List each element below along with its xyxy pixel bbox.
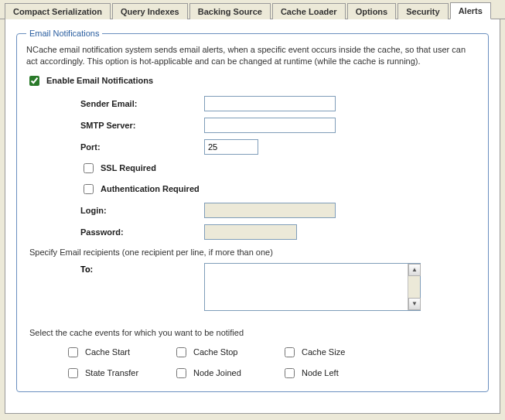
tab-label: Query Indexes: [121, 7, 179, 16]
recipients-textarea[interactable]: [205, 264, 408, 310]
tab-backing-source[interactable]: Backing Source: [189, 3, 271, 19]
tab-bar: Compact Serialization Query Indexes Back…: [0, 0, 505, 19]
event-label: Node Left: [302, 368, 339, 377]
event-cache-start-checkbox[interactable]: [68, 347, 78, 357]
to-label: To:: [80, 263, 196, 274]
tab-label: Security: [406, 7, 439, 16]
tab-label: Cache Loader: [281, 7, 337, 16]
event-label: State Transfer: [85, 368, 138, 377]
event-cache-stop-checkbox[interactable]: [176, 347, 186, 357]
scroll-down-button[interactable]: ▼: [408, 298, 421, 310]
events-grid: Cache Start Cache Stop Cache Size State …: [65, 345, 479, 381]
email-notifications-group: Email Notifications NCache email notific…: [16, 29, 489, 392]
tab-cache-loader[interactable]: Cache Loader: [272, 3, 346, 19]
tab-query-indexes[interactable]: Query Indexes: [112, 3, 188, 19]
event-label: Cache Start: [85, 347, 130, 357]
tab-options[interactable]: Options: [347, 3, 397, 19]
tab-compact-serialization[interactable]: Compact Serialization: [5, 3, 111, 19]
scroll-up-button[interactable]: ▲: [408, 264, 421, 276]
tab-label: Alerts: [459, 6, 483, 15]
password-label: Password:: [80, 227, 196, 237]
event-cache-size-checkbox[interactable]: [285, 347, 295, 357]
event-node-left-checkbox[interactable]: [285, 368, 295, 378]
recipients-note: Specify Email recipients (one recipient …: [29, 248, 479, 257]
auth-required-label: Authentication Required: [101, 184, 200, 193]
smtp-server-input[interactable]: [204, 118, 336, 133]
recipients-textarea-wrap: ▲ ▼: [204, 263, 421, 311]
auth-required-checkbox[interactable]: [84, 184, 94, 194]
login-input: [204, 203, 336, 218]
event-label: Node Joined: [193, 368, 241, 377]
tab-security[interactable]: Security: [398, 3, 448, 19]
password-input: [204, 224, 297, 240]
event-label: Cache Size: [302, 347, 345, 357]
enable-email-checkbox[interactable]: [29, 76, 39, 86]
enable-email-label: Enable Email Notifications: [46, 76, 153, 85]
port-label: Port:: [80, 142, 196, 152]
sender-email-label: Sender Email:: [80, 99, 196, 108]
scrollbar: ▲ ▼: [408, 264, 420, 310]
port-input[interactable]: [204, 139, 258, 155]
tab-label: Backing Source: [198, 7, 262, 16]
tab-label: Compact Serialization: [13, 7, 102, 16]
tab-label: Options: [356, 7, 388, 16]
ssl-required-label: SSL Required: [101, 163, 156, 172]
fieldset-legend: Email Notifications: [26, 29, 102, 38]
smtp-server-label: SMTP Server:: [80, 121, 196, 130]
event-label: Cache Stop: [193, 347, 237, 357]
ssl-required-checkbox[interactable]: [84, 163, 94, 173]
tab-alerts[interactable]: Alerts: [450, 2, 491, 19]
description-text: NCache email notification system sends e…: [26, 44, 479, 67]
event-node-joined-checkbox[interactable]: [176, 368, 186, 378]
events-note: Select the cache events for which you wa…: [29, 328, 479, 337]
login-label: Login:: [80, 206, 196, 215]
alerts-panel: Email Notifications NCache email notific…: [5, 19, 500, 414]
event-state-transfer-checkbox[interactable]: [68, 368, 78, 378]
sender-email-input[interactable]: [204, 96, 336, 111]
